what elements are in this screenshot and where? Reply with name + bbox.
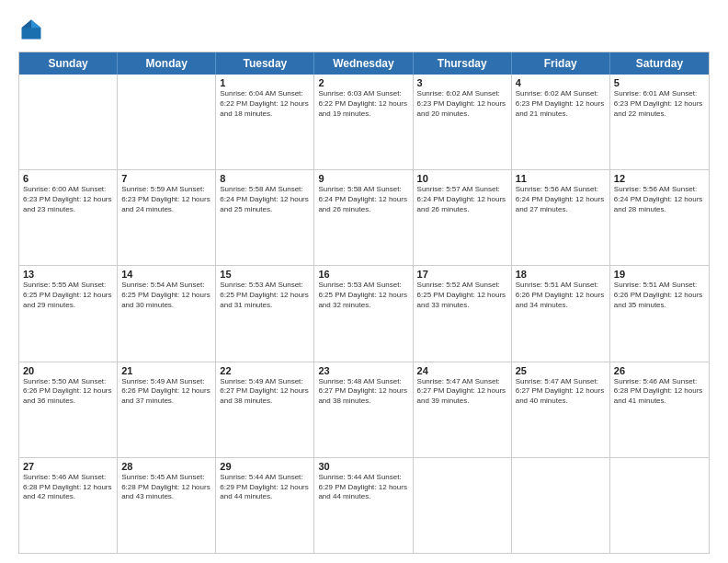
day-number: 17: [417, 269, 507, 280]
day-cell-6: 6Sunrise: 6:00 AM Sunset: 6:23 PM Daylig…: [19, 170, 118, 265]
day-number: 25: [516, 365, 606, 376]
day-number: 2: [318, 77, 408, 88]
day-info: Sunrise: 5:58 AM Sunset: 6:24 PM Dayligh…: [318, 185, 408, 214]
calendar-header-row: SundayMondayTuesdayWednesdayThursdayFrid…: [19, 52, 709, 75]
day-info: Sunrise: 5:49 AM Sunset: 6:26 PM Dayligh…: [121, 377, 211, 407]
day-number: 27: [23, 461, 113, 472]
day-cell-5: 5Sunrise: 6:01 AM Sunset: 6:23 PM Daylig…: [610, 75, 709, 169]
empty-cell: [512, 458, 610, 553]
svg-marker-2: [22, 20, 32, 29]
day-info: Sunrise: 5:57 AM Sunset: 6:24 PM Dayligh…: [417, 185, 507, 214]
day-cell-10: 10Sunrise: 5:57 AM Sunset: 6:24 PM Dayli…: [414, 170, 512, 265]
empty-cell: [414, 458, 512, 553]
day-info: Sunrise: 5:44 AM Sunset: 6:29 PM Dayligh…: [220, 473, 310, 502]
day-number: 6: [23, 173, 113, 184]
week-row-5: 27Sunrise: 5:46 AM Sunset: 6:28 PM Dayli…: [19, 457, 709, 553]
day-number: 8: [220, 173, 310, 184]
header: [18, 17, 710, 42]
day-number: 29: [220, 461, 310, 472]
day-info: Sunrise: 5:51 AM Sunset: 6:26 PM Dayligh…: [516, 281, 606, 310]
day-number: 15: [220, 269, 310, 280]
day-info: Sunrise: 5:58 AM Sunset: 6:24 PM Dayligh…: [220, 185, 310, 214]
day-info: Sunrise: 6:01 AM Sunset: 6:23 PM Dayligh…: [614, 89, 705, 119]
logo-icon: [18, 17, 44, 42]
week-row-1: 1Sunrise: 6:04 AM Sunset: 6:22 PM Daylig…: [19, 75, 709, 169]
week-row-3: 13Sunrise: 5:55 AM Sunset: 6:25 PM Dayli…: [19, 265, 709, 361]
day-cell-11: 11Sunrise: 5:56 AM Sunset: 6:24 PM Dayli…: [512, 170, 610, 265]
day-info: Sunrise: 6:02 AM Sunset: 6:23 PM Dayligh…: [516, 89, 606, 119]
day-info: Sunrise: 5:53 AM Sunset: 6:25 PM Dayligh…: [318, 281, 408, 310]
svg-marker-1: [31, 20, 41, 29]
logo: [18, 17, 48, 42]
day-cell-1: 1Sunrise: 6:04 AM Sunset: 6:22 PM Daylig…: [216, 75, 314, 169]
header-day-tuesday: Tuesday: [216, 52, 314, 75]
empty-cell: [118, 75, 216, 169]
day-number: 13: [23, 269, 113, 280]
day-cell-22: 22Sunrise: 5:49 AM Sunset: 6:27 PM Dayli…: [216, 362, 314, 457]
day-info: Sunrise: 6:02 AM Sunset: 6:23 PM Dayligh…: [417, 89, 507, 119]
day-number: 4: [516, 77, 606, 88]
day-number: 28: [121, 461, 211, 472]
day-number: 1: [220, 77, 310, 88]
day-cell-17: 17Sunrise: 5:52 AM Sunset: 6:25 PM Dayli…: [414, 266, 512, 361]
day-info: Sunrise: 5:55 AM Sunset: 6:25 PM Dayligh…: [23, 281, 113, 310]
day-number: 26: [614, 365, 705, 376]
day-info: Sunrise: 6:00 AM Sunset: 6:23 PM Dayligh…: [23, 185, 113, 214]
day-cell-18: 18Sunrise: 5:51 AM Sunset: 6:26 PM Dayli…: [512, 266, 610, 361]
day-cell-27: 27Sunrise: 5:46 AM Sunset: 6:28 PM Dayli…: [19, 458, 118, 553]
calendar: SundayMondayTuesdayWednesdayThursdayFrid…: [18, 52, 710, 554]
day-number: 12: [614, 173, 705, 184]
day-cell-9: 9Sunrise: 5:58 AM Sunset: 6:24 PM Daylig…: [314, 170, 413, 265]
day-info: Sunrise: 5:54 AM Sunset: 6:25 PM Dayligh…: [121, 281, 211, 310]
empty-cell: [610, 458, 709, 553]
day-number: 16: [318, 269, 408, 280]
day-cell-8: 8Sunrise: 5:58 AM Sunset: 6:24 PM Daylig…: [216, 170, 314, 265]
day-cell-15: 15Sunrise: 5:53 AM Sunset: 6:25 PM Dayli…: [216, 266, 314, 361]
day-cell-4: 4Sunrise: 6:02 AM Sunset: 6:23 PM Daylig…: [512, 75, 610, 169]
day-info: Sunrise: 5:47 AM Sunset: 6:27 PM Dayligh…: [516, 377, 606, 407]
day-cell-20: 20Sunrise: 5:50 AM Sunset: 6:26 PM Dayli…: [19, 362, 118, 457]
day-number: 30: [318, 461, 408, 472]
day-cell-19: 19Sunrise: 5:51 AM Sunset: 6:26 PM Dayli…: [610, 266, 709, 361]
day-info: Sunrise: 6:04 AM Sunset: 6:22 PM Dayligh…: [220, 89, 310, 119]
calendar-body: 1Sunrise: 6:04 AM Sunset: 6:22 PM Daylig…: [19, 75, 709, 553]
day-number: 18: [516, 269, 606, 280]
day-cell-12: 12Sunrise: 5:56 AM Sunset: 6:24 PM Dayli…: [610, 170, 709, 265]
day-cell-28: 28Sunrise: 5:45 AM Sunset: 6:28 PM Dayli…: [118, 458, 216, 553]
day-number: 3: [417, 77, 507, 88]
day-info: Sunrise: 6:03 AM Sunset: 6:22 PM Dayligh…: [318, 89, 408, 119]
day-number: 14: [121, 269, 211, 280]
day-cell-24: 24Sunrise: 5:47 AM Sunset: 6:27 PM Dayli…: [414, 362, 512, 457]
day-cell-16: 16Sunrise: 5:53 AM Sunset: 6:25 PM Dayli…: [314, 266, 413, 361]
day-number: 19: [614, 269, 705, 280]
header-day-thursday: Thursday: [414, 52, 512, 75]
day-info: Sunrise: 5:45 AM Sunset: 6:28 PM Dayligh…: [121, 473, 211, 502]
day-info: Sunrise: 5:46 AM Sunset: 6:28 PM Dayligh…: [614, 377, 705, 407]
day-info: Sunrise: 5:59 AM Sunset: 6:23 PM Dayligh…: [121, 185, 211, 214]
header-day-saturday: Saturday: [610, 52, 709, 75]
day-number: 24: [417, 365, 507, 376]
day-info: Sunrise: 5:51 AM Sunset: 6:26 PM Dayligh…: [614, 281, 705, 310]
day-number: 21: [121, 365, 211, 376]
day-info: Sunrise: 5:50 AM Sunset: 6:26 PM Dayligh…: [23, 377, 113, 407]
day-cell-26: 26Sunrise: 5:46 AM Sunset: 6:28 PM Dayli…: [610, 362, 709, 457]
day-number: 9: [318, 173, 408, 184]
day-number: 10: [417, 173, 507, 184]
day-cell-2: 2Sunrise: 6:03 AM Sunset: 6:22 PM Daylig…: [314, 75, 413, 169]
header-day-monday: Monday: [118, 52, 216, 75]
day-cell-29: 29Sunrise: 5:44 AM Sunset: 6:29 PM Dayli…: [216, 458, 314, 553]
week-row-4: 20Sunrise: 5:50 AM Sunset: 6:26 PM Dayli…: [19, 362, 709, 457]
day-cell-30: 30Sunrise: 5:44 AM Sunset: 6:29 PM Dayli…: [314, 458, 413, 553]
day-info: Sunrise: 5:56 AM Sunset: 6:24 PM Dayligh…: [516, 185, 606, 214]
header-day-friday: Friday: [512, 52, 610, 75]
day-cell-25: 25Sunrise: 5:47 AM Sunset: 6:27 PM Dayli…: [512, 362, 610, 457]
day-info: Sunrise: 5:53 AM Sunset: 6:25 PM Dayligh…: [220, 281, 310, 310]
day-info: Sunrise: 5:46 AM Sunset: 6:28 PM Dayligh…: [23, 473, 113, 502]
day-cell-14: 14Sunrise: 5:54 AM Sunset: 6:25 PM Dayli…: [118, 266, 216, 361]
day-number: 7: [121, 173, 211, 184]
day-number: 11: [516, 173, 606, 184]
day-info: Sunrise: 5:52 AM Sunset: 6:25 PM Dayligh…: [417, 281, 507, 310]
week-row-2: 6Sunrise: 6:00 AM Sunset: 6:23 PM Daylig…: [19, 169, 709, 265]
day-number: 23: [318, 365, 408, 376]
page: SundayMondayTuesdayWednesdayThursdayFrid…: [0, 0, 728, 563]
